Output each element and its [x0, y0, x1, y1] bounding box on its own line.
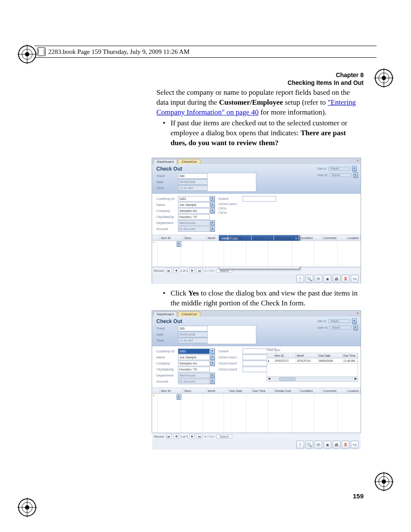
nav-last-button[interactable]: ⏭ — [196, 434, 202, 439]
search-button[interactable]: 🔍 — [305, 441, 313, 448]
tran-field[interactable]: 300 — [178, 326, 210, 331]
col-rentalcost[interactable]: Rental Cost — [274, 388, 299, 393]
tab-dashboard[interactable]: Dashboard — [153, 159, 177, 164]
company-field[interactable]: Samples Inc. — [178, 361, 210, 366]
col-duedate[interactable]: Due Date — [228, 388, 251, 393]
col-item-id[interactable]: Item ID — [160, 235, 183, 240]
name-field[interactable]: Joe Sample — [178, 355, 210, 360]
past-due-row[interactable]: ▸ 1PSCPJ1T 1PSCPJ10 09/09/2008 11:40 AM — [267, 358, 358, 364]
nav-next-button[interactable]: ▶ — [189, 434, 195, 439]
col-desc[interactable]: Desc — [183, 388, 206, 393]
crop-mark-icon — [374, 472, 394, 492]
nav-prev-button[interactable]: ◀ — [173, 434, 179, 439]
nav-first-button[interactable]: ⏮ — [166, 434, 172, 439]
page-header: 2283.book Page 159 Thursday, July 9, 200… — [34, 46, 377, 58]
print-button[interactable]: 🖶 — [333, 275, 340, 283]
screenshot-checkout-pastdue: Dashboard CheckOut × Check Out Site Id:P… — [152, 310, 361, 433]
chevron-down-icon[interactable] — [210, 361, 215, 366]
col-location[interactable]: Location — [346, 235, 361, 240]
account-field: 01 Account — [178, 379, 210, 384]
cust-id-field[interactable]: 1001 — [178, 196, 210, 202]
col-duetime[interactable]: Due Time — [252, 235, 274, 240]
delete-button[interactable]: X — [342, 441, 349, 448]
nav-last-button[interactable]: ⏭ — [196, 268, 202, 273]
col-location[interactable]: Location — [346, 388, 361, 393]
date-field: 09/09/2008 — [178, 179, 210, 185]
row-selector-header[interactable] — [267, 353, 274, 358]
stop-button[interactable]: ■ — [324, 275, 331, 283]
col-duetime[interactable]: Due Time — [252, 388, 274, 393]
chevron-down-icon[interactable] — [210, 348, 215, 354]
nav-next-button[interactable]: ▶ — [189, 268, 195, 273]
image-placeholder — [207, 325, 256, 344]
name-field[interactable]: Joe Sample — [178, 202, 210, 208]
chevron-down-icon[interactable] — [210, 373, 215, 378]
alert-button[interactable]: ! — [296, 441, 304, 448]
chevron-down-icon[interactable] — [210, 220, 215, 226]
close-icon[interactable]: × — [357, 159, 359, 163]
print-button[interactable]: 🖶 — [333, 441, 340, 448]
new-row-icon[interactable]: * — [153, 241, 155, 246]
alert-button[interactable]: ! — [296, 275, 304, 283]
department-field: Warehouse — [178, 373, 210, 378]
bullet-icon: • — [163, 289, 165, 299]
chapter-number: Chapter 8 — [287, 71, 364, 79]
nav-first-button[interactable]: ⏮ — [166, 268, 172, 273]
col-rentalcost[interactable]: Rental Cost — [274, 235, 299, 240]
pd-col-duetime[interactable]: Due Time — [342, 353, 358, 358]
crop-mark-icon — [374, 68, 394, 88]
pd-col-itemnum[interactable]: Item# — [296, 353, 318, 358]
delete-button[interactable]: X — [342, 275, 349, 283]
chevron-down-icon[interactable] — [210, 355, 215, 360]
refresh-button[interactable]: ⟳ — [314, 275, 322, 283]
chevron-down-icon[interactable] — [210, 202, 215, 208]
col-condition[interactable]: Condition — [299, 235, 322, 240]
chevron-down-icon[interactable] — [353, 325, 358, 330]
col-duedate[interactable]: Due Date — [228, 235, 251, 240]
new-row-icon[interactable]: * — [153, 394, 155, 399]
exit-button[interactable]: ↪ — [351, 275, 358, 283]
order-field[interactable] — [243, 196, 276, 202]
row-selector-header[interactable] — [152, 235, 160, 240]
citystatezip-field[interactable]: Houston, TX — [178, 214, 210, 220]
close-icon[interactable]: × — [357, 311, 359, 315]
tab-checkout[interactable]: CheckOut — [178, 159, 200, 164]
col-itemnum[interactable]: Item# — [206, 235, 228, 240]
tran-field[interactable]: 300 — [178, 173, 210, 179]
search-button[interactable]: 🔍 — [305, 275, 313, 283]
col-itemnum[interactable]: Item# — [206, 388, 228, 393]
cust-id-field[interactable]: 1001 — [178, 348, 210, 354]
chevron-down-icon[interactable] — [210, 208, 215, 214]
chevron-down-icon[interactable] — [352, 166, 357, 171]
stop-button[interactable]: ■ — [324, 441, 331, 448]
chevron-down-icon[interactable] — [210, 196, 215, 202]
nav-prev-button[interactable]: ◀ — [173, 268, 179, 273]
tab-bar: Dashboard CheckOut × — [152, 311, 361, 317]
refresh-button[interactable]: ⟳ — [314, 441, 322, 448]
chevron-down-icon[interactable] — [353, 172, 358, 178]
header-text: 2283.book Page 159 Thursday, July 9, 200… — [48, 48, 190, 56]
search-box[interactable]: Search — [216, 435, 232, 439]
col-condition[interactable]: Condition — [299, 388, 322, 393]
chevron-down-icon[interactable] — [210, 379, 215, 384]
row-selector-header[interactable] — [152, 388, 160, 393]
tab-dashboard[interactable]: Dashboard — [153, 311, 177, 317]
exit-button[interactable]: ↪ — [351, 441, 358, 448]
col-comment[interactable]: Comment — [322, 388, 346, 393]
company-field[interactable]: Samples Inc. — [178, 208, 210, 214]
past-due-title: Past Due: — [267, 348, 358, 352]
pd-col-duedate[interactable]: Due Date — [318, 353, 342, 358]
col-desc[interactable]: Desc — [183, 235, 206, 240]
filter-indicator: No Filter — [204, 269, 215, 272]
col-item-id[interactable]: Item ID — [160, 388, 183, 393]
chevron-down-icon[interactable] — [210, 226, 215, 232]
chevron-down-icon[interactable] — [352, 318, 357, 324]
citystatezip-field[interactable]: Houston, TX — [178, 367, 210, 372]
tab-checkout[interactable]: CheckOut — [178, 311, 200, 317]
scrollbar[interactable]: ◀▶ — [267, 377, 358, 382]
tab-bar: Dashboard CheckOut × — [152, 158, 361, 164]
crop-mark-icon — [17, 498, 37, 517]
time-field: 11:41 AM — [178, 338, 210, 343]
col-comment[interactable]: Comment — [322, 235, 346, 240]
pd-col-itemid[interactable]: Item ID — [274, 353, 296, 358]
